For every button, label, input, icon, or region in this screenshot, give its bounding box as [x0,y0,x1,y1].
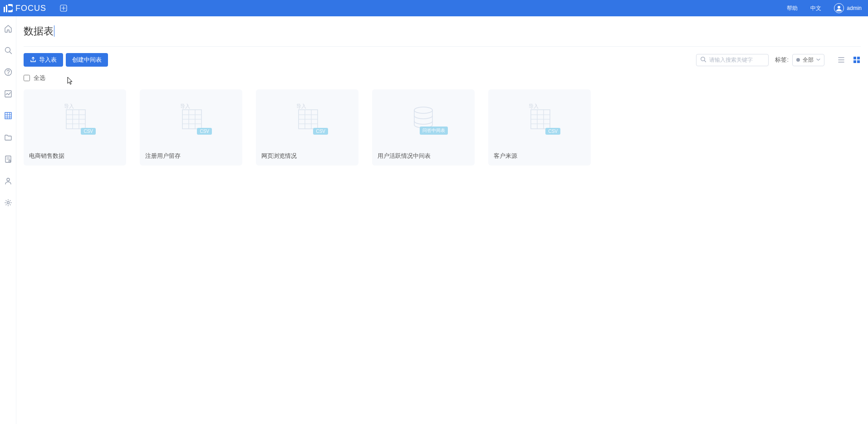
import-label: 导入 [180,103,190,110]
main-content: 数据表 导入表 创建中间表 标签: 全部 [16,16,868,424]
brand-text: FOCUS [15,4,46,13]
chevron-down-icon [816,57,820,63]
sidebar-item-settings[interactable] [3,198,13,208]
svg-rect-16 [853,60,856,63]
new-tab-button[interactable] [59,4,68,13]
card-title: 用户活跃情况中间表 [372,147,475,166]
language-link[interactable]: 中文 [810,5,821,12]
cards-grid: 导入 CSV 电商销售数据 导入 CSV 注册用户留存 [24,89,861,166]
tag-dot-icon [796,58,800,62]
import-label: 导入 [296,103,306,110]
svg-rect-0 [4,7,5,12]
sidebar-item-pinboard[interactable] [3,89,13,99]
select-all[interactable]: 全选 [24,74,861,82]
avatar-icon [834,3,844,13]
svg-rect-7 [5,91,11,97]
card-thumb: 导入 CSV [140,89,242,147]
search-icon [700,56,706,64]
toolbar: 导入表 创建中间表 标签: 全部 [24,53,861,67]
svg-point-13 [701,57,705,60]
tag-select[interactable]: 全部 [792,54,824,66]
table-icon [182,109,202,129]
svg-point-11 [7,178,10,181]
svg-rect-15 [857,57,860,59]
svg-point-12 [7,202,9,204]
table-icon [530,109,550,129]
data-card[interactable]: 导入 CSV 客户来源 [488,89,591,166]
export-icon [30,56,36,64]
search-box[interactable] [696,54,769,66]
user-menu[interactable]: admin [834,3,862,13]
import-label: 导入 [64,103,74,110]
card-title: 客户来源 [488,147,591,166]
table-icon [298,109,318,129]
user-name: admin [847,5,862,11]
sidebar-item-search[interactable] [3,45,13,55]
data-card[interactable]: 问答中间表 用户活跃情况中间表 [372,89,475,166]
svg-point-21 [414,107,432,113]
sidebar-item-users[interactable] [3,176,13,186]
csv-badge: CSV [545,128,560,135]
svg-point-4 [5,48,10,53]
tag-label: 标签: [775,56,789,64]
page-title: 数据表 [24,24,861,47]
csv-badge: CSV [197,128,212,135]
card-thumb: 导入 CSV [256,89,358,147]
card-title: 电商销售数据 [24,147,126,166]
data-card[interactable]: 导入 CSV 网页浏览情况 [256,89,358,166]
sidebar-item-folder[interactable] [3,132,13,142]
sidebar [0,16,16,424]
card-thumb: 问答中间表 [372,89,475,147]
sidebar-item-help[interactable] [3,67,13,77]
search-input[interactable] [709,57,765,63]
import-table-label: 导入表 [39,56,57,64]
tag-value: 全部 [803,56,814,64]
svg-rect-8 [5,112,11,119]
data-card[interactable]: 导入 CSV 注册用户留存 [140,89,242,166]
data-card[interactable]: 导入 CSV 电商销售数据 [24,89,126,166]
sidebar-item-home[interactable] [3,24,13,34]
svg-rect-17 [857,60,860,63]
svg-point-5 [5,69,11,76]
select-all-label: 全选 [34,74,45,82]
brand[interactable]: FOCUS [4,4,46,13]
create-intermediate-label: 创建中间表 [72,56,102,64]
database-icon [412,106,435,129]
sidebar-item-report[interactable] [3,154,13,164]
card-title: 网页浏览情况 [256,147,358,166]
table-icon [66,109,86,129]
card-title: 注册用户留存 [140,147,242,166]
list-view-button[interactable] [837,56,845,64]
card-thumb: 导入 CSV [488,89,591,147]
intermediate-badge: 问答中间表 [420,127,448,135]
help-link[interactable]: 帮助 [787,5,798,12]
import-label: 导入 [529,103,539,110]
grid-view-button[interactable] [853,56,861,64]
import-table-button[interactable]: 导入表 [24,53,63,67]
csv-badge: CSV [81,128,96,135]
sidebar-item-data[interactable] [3,111,13,121]
svg-point-6 [8,73,9,74]
svg-rect-14 [853,57,856,59]
view-toggle [837,56,861,64]
topbar: FOCUS 帮助 中文 admin [0,0,868,16]
create-intermediate-table-button[interactable]: 创建中间表 [66,53,108,67]
csv-badge: CSV [313,128,328,135]
svg-point-3 [838,6,840,9]
select-all-checkbox[interactable] [24,75,30,81]
card-thumb: 导入 CSV [24,89,126,147]
brand-logo-icon [4,4,13,12]
svg-rect-1 [6,5,7,12]
